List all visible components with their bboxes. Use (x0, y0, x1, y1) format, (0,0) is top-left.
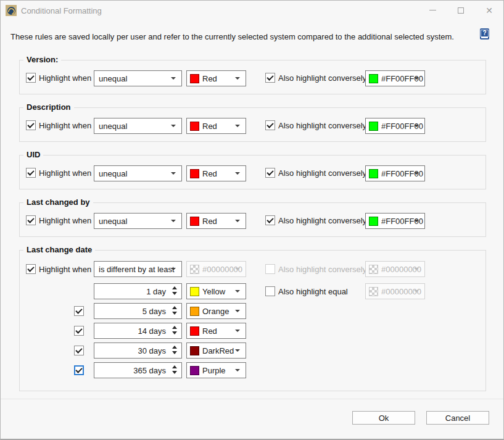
ok-button[interactable]: Ok (352, 411, 415, 425)
threshold-color-select[interactable]: Purple (186, 362, 246, 378)
spin-down-icon[interactable] (172, 351, 177, 354)
spin-down-icon[interactable] (172, 371, 177, 374)
highlight-when-checkbox[interactable] (26, 73, 36, 83)
condition-select[interactable]: unequal (94, 70, 182, 86)
group-title: Last change date (23, 245, 95, 254)
cancel-button[interactable]: Cancel (426, 411, 489, 425)
highlight-color-select[interactable]: Red (186, 213, 246, 229)
conversely-label: Also highlight conversely (278, 168, 366, 178)
highlight-when-label: Highlight when (39, 121, 91, 130)
help-book-icon[interactable]: ? (480, 28, 489, 39)
condition-select[interactable]: is different by at least (94, 261, 182, 277)
days-spinner[interactable]: 1 day (94, 283, 182, 299)
threshold-checkbox[interactable] (74, 346, 84, 355)
conversely-checkbox[interactable] (265, 73, 275, 83)
threshold-color-select[interactable]: Red (186, 323, 246, 339)
spin-up-icon[interactable] (172, 286, 177, 289)
close-button[interactable]: ✕ (475, 1, 503, 20)
spin-down-icon[interactable] (172, 312, 177, 315)
highlight-when-checkbox[interactable] (26, 264, 36, 274)
window-controls: ✕ (418, 1, 503, 20)
color-swatch (190, 122, 199, 131)
color-swatch (190, 217, 199, 226)
transparent-swatch (190, 265, 199, 274)
transparent-swatch (369, 287, 378, 296)
chevron-down-icon (235, 290, 240, 293)
conversely-color-select[interactable]: #FF00FF00 (365, 213, 425, 229)
conversely-label: Also highlight conversely (278, 265, 366, 274)
highlight-color-select[interactable]: Red (186, 165, 246, 181)
color-swatch (369, 217, 378, 226)
color-swatch (190, 366, 199, 375)
color-swatch (190, 326, 199, 336)
threshold-checkbox[interactable] (74, 326, 84, 336)
chevron-down-icon (171, 268, 176, 270)
spin-up-icon[interactable] (172, 306, 177, 309)
group-version: Version: Highlight when unequal Red Also… (19, 60, 486, 94)
spin-down-icon[interactable] (172, 292, 177, 295)
chevron-down-icon (171, 125, 176, 127)
days-spinner[interactable]: 30 days (94, 342, 182, 359)
spin-down-icon[interactable] (172, 331, 177, 334)
days-spinner[interactable]: 365 days (94, 362, 182, 378)
group-description: Description Highlight when unequal Red A… (19, 107, 486, 142)
spin-up-icon[interactable] (172, 365, 177, 368)
equal-checkbox[interactable] (265, 286, 275, 296)
highlight-color-select[interactable]: Red (186, 118, 246, 134)
color-swatch (190, 74, 199, 83)
group-title: Description (23, 102, 74, 112)
maximize-icon (458, 7, 464, 14)
app-icon (6, 5, 17, 16)
conversely-color-select[interactable]: #FF00FF00 (365, 70, 425, 86)
minimize-icon (429, 10, 436, 10)
equal-color-select-disabled: #00000000 (365, 283, 425, 299)
highlight-when-label: Highlight when (39, 168, 91, 178)
footer-separator (1, 399, 503, 399)
chevron-down-icon (235, 310, 240, 312)
days-spinner[interactable]: 14 days (94, 323, 182, 339)
chevron-down-icon (171, 220, 176, 222)
conversely-checkbox[interactable] (265, 120, 275, 130)
color-swatch (190, 287, 199, 296)
chevron-down-icon (171, 172, 176, 175)
window-title: Conditional Formatting (21, 6, 102, 15)
chevron-down-icon (235, 172, 240, 175)
group-last-changed-by: Last changed by Highlight when unequal R… (19, 202, 486, 237)
chevron-down-icon (414, 220, 419, 222)
chevron-down-icon (414, 77, 419, 80)
condition-select[interactable]: unequal (94, 213, 182, 229)
spin-up-icon[interactable] (172, 326, 177, 329)
condition-select[interactable]: unequal (94, 165, 182, 181)
minimize-button[interactable] (418, 1, 447, 20)
spin-up-icon[interactable] (172, 346, 177, 349)
condition-select[interactable]: unequal (94, 118, 182, 134)
conversely-checkbox[interactable] (265, 168, 275, 178)
chevron-down-icon (235, 330, 240, 332)
highlight-when-checkbox[interactable] (26, 120, 36, 130)
chevron-down-icon (235, 369, 240, 372)
threshold-color-select[interactable]: Orange (186, 303, 246, 319)
group-title: Last changed by (23, 197, 93, 207)
color-swatch (190, 169, 199, 178)
highlight-when-checkbox[interactable] (26, 215, 36, 225)
days-spinner[interactable]: 5 days (94, 303, 182, 319)
conversely-color-select[interactable]: #FF00FF00 (365, 118, 425, 134)
threshold-checkbox-focused[interactable] (74, 365, 84, 375)
chevron-down-icon (414, 290, 419, 293)
chevron-down-icon (171, 77, 176, 80)
chevron-down-icon (414, 268, 419, 270)
dialog-description: These rules are saved locally per user a… (10, 32, 454, 41)
conversely-checkbox[interactable] (265, 215, 275, 225)
highlight-color-select[interactable]: Red (186, 70, 246, 86)
chevron-down-icon (235, 220, 240, 222)
threshold-color-select[interactable]: Yellow (186, 283, 246, 299)
group-uid: UID Highlight when unequal Red Also high… (19, 155, 486, 189)
transparent-swatch (369, 265, 378, 274)
threshold-color-select[interactable]: DarkRed (186, 342, 246, 359)
threshold-checkbox[interactable] (74, 306, 84, 316)
highlight-when-checkbox[interactable] (26, 168, 36, 178)
conversely-color-select[interactable]: #FF00FF00 (365, 165, 425, 181)
maximize-button[interactable] (447, 1, 475, 20)
chevron-down-icon (235, 268, 240, 270)
conversely-label: Also highlight conversely (278, 121, 366, 130)
